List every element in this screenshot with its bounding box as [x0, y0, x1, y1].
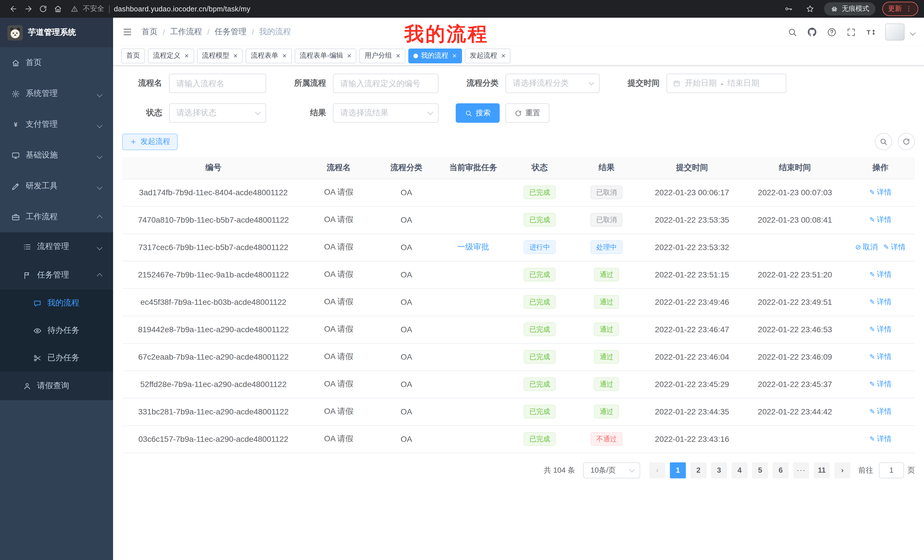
tab-close-icon[interactable]: ×	[233, 52, 238, 59]
filter-process-name: 流程名	[122, 73, 266, 93]
column-header: 流程分类	[373, 157, 440, 179]
tab-item[interactable]: 流程模型×	[197, 48, 243, 63]
sidebar-item-workflow[interactable]: 工作流程	[0, 202, 113, 232]
detail-icon: ✎	[869, 353, 875, 361]
calendar-icon	[673, 79, 681, 87]
tab-item[interactable]: 首页	[121, 48, 145, 63]
main-area: 我的流程 首页 / 工作流程 / 任务管理 / 我的流程 T	[113, 18, 924, 560]
process-definition-input[interactable]	[333, 73, 439, 93]
result-select[interactable]: 请选择流结果	[333, 103, 439, 123]
forward-button[interactable]	[21, 1, 35, 16]
date-range-picker[interactable]: 开始日期 - 结束日期	[666, 73, 786, 93]
hamburger-icon[interactable]	[122, 27, 132, 37]
page-button[interactable]: 5	[752, 462, 768, 478]
detail-link[interactable]: ✎详情	[869, 434, 891, 444]
chevron-down-icon	[428, 109, 433, 115]
status-select[interactable]: 请选择状态	[169, 103, 266, 123]
process-name-input[interactable]	[169, 73, 266, 93]
table-row: 3ad174fb-7b9d-11ec-8404-acde48001122OA 请…	[122, 179, 915, 206]
table-body: 3ad174fb-7b9d-11ec-8404-acde48001122OA 请…	[122, 179, 915, 453]
sidebar-item-home[interactable]: 首页	[0, 47, 113, 78]
tab-item[interactable]: 流程表单×	[246, 48, 291, 63]
reload-button[interactable]	[35, 1, 50, 16]
detail-link[interactable]: ✎详情	[869, 215, 891, 225]
sidebar-item-todo-tasks[interactable]: 待办任务	[0, 317, 113, 344]
sidebar-item-infrastructure[interactable]: 基础设施	[0, 140, 113, 171]
toggle-search-button[interactable]	[875, 133, 892, 150]
browser-menu-icon[interactable]	[905, 5, 913, 13]
sidebar-item-process-management[interactable]: 流程管理	[0, 232, 113, 261]
tab-close-icon[interactable]: ×	[184, 52, 189, 59]
sidebar-item-my-process[interactable]: 我的流程	[0, 289, 113, 317]
github-icon[interactable]	[807, 27, 817, 37]
font-size-icon[interactable]: T	[866, 27, 876, 37]
avatar[interactable]	[885, 23, 904, 40]
page-button[interactable]: 1	[670, 462, 686, 478]
sidebar-item-leave-query[interactable]: 请假查询	[0, 371, 113, 400]
tab-close-icon[interactable]: ×	[501, 52, 506, 59]
cell-end-time: 2022-01-23 00:07:03	[744, 179, 846, 206]
result-tag: 不通过	[591, 432, 622, 446]
key-icon[interactable]	[781, 1, 795, 16]
page-button[interactable]: 11	[814, 462, 830, 478]
browser-update-button[interactable]: 更新	[882, 2, 918, 16]
detail-link[interactable]: ✎详情	[883, 242, 906, 252]
page-button[interactable]: 2	[690, 462, 706, 478]
breadcrumb-item[interactable]: 任务管理	[215, 27, 247, 37]
reset-button[interactable]: 重置	[506, 103, 549, 123]
sidebar-item-done-tasks[interactable]: 已办任务	[0, 344, 113, 371]
tab-close-icon[interactable]: ×	[347, 52, 351, 59]
fullscreen-icon[interactable]	[846, 27, 856, 37]
sidebar-item-system[interactable]: 系统管理	[0, 78, 113, 109]
cancel-link[interactable]: ⊘取消	[855, 242, 878, 252]
app-logo[interactable]: 芋道管理系统	[0, 18, 113, 47]
sidebar-item-label: 研发工具	[26, 181, 58, 191]
search-button[interactable]: 搜索	[456, 103, 500, 123]
next-page-button[interactable]: ›	[834, 462, 850, 478]
tab-item[interactable]: 用户分组×	[360, 48, 405, 63]
start-process-button[interactable]: 发起流程	[122, 133, 178, 150]
sidebar-item-devtools[interactable]: 研发工具	[0, 171, 113, 202]
page-button[interactable]: 6	[772, 462, 789, 478]
warning-icon	[71, 5, 78, 13]
tab-close-icon[interactable]: ×	[282, 52, 286, 59]
detail-link[interactable]: ✎详情	[869, 379, 891, 389]
help-icon[interactable]	[827, 27, 837, 37]
home-button[interactable]	[50, 1, 65, 16]
refresh-table-button[interactable]	[898, 133, 915, 150]
detail-link[interactable]: ✎详情	[869, 297, 891, 307]
detail-link[interactable]: ✎详情	[869, 187, 891, 198]
back-button[interactable]	[6, 1, 21, 16]
category-select[interactable]: 请选择流程分类	[506, 73, 600, 93]
breadcrumb-item[interactable]: 工作流程	[170, 27, 202, 37]
detail-link[interactable]: ✎详情	[869, 406, 891, 417]
tab-item[interactable]: 流程表单-编辑×	[295, 48, 357, 63]
page-button[interactable]: 3	[711, 462, 727, 478]
detail-link[interactable]: ✎详情	[869, 352, 891, 362]
tab-item[interactable]: 流程定义×	[148, 48, 194, 63]
tab-close-icon[interactable]: ×	[396, 52, 400, 59]
pager-more-button[interactable]: ···	[793, 462, 809, 478]
sidebar-item-task-management[interactable]: 任务管理	[0, 261, 113, 289]
chevron-down-icon[interactable]	[911, 27, 915, 36]
page-button[interactable]: 4	[732, 462, 747, 478]
address-bar[interactable]: 不安全 dashboard.yudao.iocoder.cn/bpm/task/…	[71, 4, 250, 14]
prev-page-button[interactable]: ‹	[650, 462, 665, 478]
page-size-select[interactable]: 10条/页	[583, 462, 640, 478]
current-task-link[interactable]: 一级审批	[457, 242, 489, 251]
sidebar-item-payment[interactable]: ¥ 支付管理	[0, 109, 113, 140]
detail-link[interactable]: ✎详情	[869, 270, 891, 280]
table-row: 7470a810-7b9b-11ec-b5b7-acde48001122OA 请…	[122, 206, 915, 234]
tab-item[interactable]: 我的流程×	[408, 48, 462, 63]
detail-link[interactable]: ✎详情	[869, 324, 891, 334]
bookmark-star-icon[interactable]	[802, 1, 817, 16]
sidebar-item-label: 待办任务	[47, 325, 80, 335]
tab-close-icon[interactable]: ×	[452, 52, 457, 59]
filter-category: 流程分类 请选择流程分类	[456, 73, 600, 93]
tab-item[interactable]: 发起流程×	[465, 48, 510, 63]
search-icon[interactable]	[788, 27, 797, 37]
cell-process-name: OA 请假	[304, 234, 373, 261]
goto-page-input[interactable]	[879, 462, 904, 478]
breadcrumb-item[interactable]: 首页	[142, 27, 158, 37]
user-icon	[23, 382, 32, 390]
